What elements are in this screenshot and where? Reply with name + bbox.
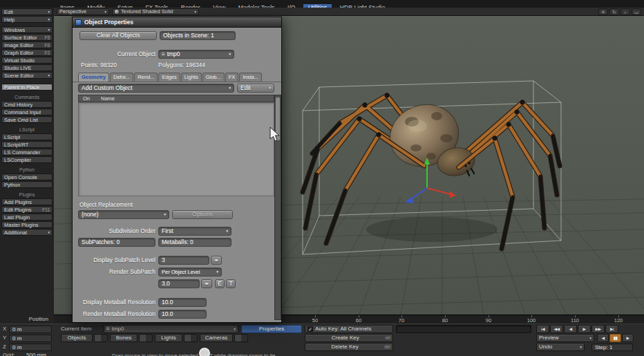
axis-x-label: X	[3, 325, 6, 333]
preview-dropdown[interactable]: Preview▾	[536, 334, 594, 342]
render-subpatch-dropdown[interactable]: Per Object Level ▾	[158, 268, 222, 277]
go-to-end-button[interactable]: ▶|	[605, 325, 618, 333]
chevron-down-icon: ▾	[589, 335, 591, 341]
cameras-filter-toggle[interactable]	[234, 334, 248, 342]
chevron-down-icon: ▾	[104, 9, 106, 15]
view-mode-dropdown[interactable]: Perspective ▾	[57, 8, 109, 15]
object-replacement-dropdown[interactable]: (none) ▾	[78, 210, 169, 219]
edit-menu-button[interactable]: Edit ▾	[237, 84, 274, 93]
sidebar-parent-in-place[interactable]: Parent in Place	[1, 84, 53, 91]
create-key-button[interactable]: Create Keyret	[305, 334, 393, 342]
tab-instance[interactable]: Insta...	[239, 73, 262, 82]
add-custom-object-dropdown[interactable]: Add Custom Object ▾	[78, 84, 234, 93]
sidebar-graph-editor[interactable]: Graph EditorF2	[1, 49, 53, 56]
custom-object-list-header: On Name	[78, 95, 274, 102]
play-forward-button[interactable]: ▶	[622, 334, 634, 342]
lights-filter-toggle[interactable]	[184, 334, 198, 342]
sidebar-additional[interactable]: Additional▾	[1, 229, 53, 236]
item-type-objects-button[interactable]: Objects	[61, 334, 93, 342]
render-subpatch-level-input[interactable]: 3.0	[158, 279, 200, 288]
tab-lights[interactable]: Lights	[181, 73, 202, 82]
sidebar-studio-live[interactable]: Studio LIVE	[1, 64, 53, 71]
sidebar-scene-editor[interactable]: Scene Editor▾	[1, 72, 53, 79]
objects-filter-toggle[interactable]	[94, 334, 108, 342]
dialog-title-bar[interactable]: Object Properties	[73, 17, 281, 28]
item-type-lights-button[interactable]: Lights	[155, 334, 182, 342]
sidebar-ls-commander[interactable]: LS Commander	[1, 149, 53, 156]
tab-global[interactable]: Glob...	[202, 73, 225, 82]
current-object-value: tmp0	[167, 50, 180, 58]
clear-all-objects-button[interactable]: Clear All Objects	[79, 31, 157, 40]
axis-x-value[interactable]: 0 m	[9, 326, 52, 333]
step-field[interactable]: Step: 1	[591, 344, 633, 351]
sidebar-save-cmd-list[interactable]: Save Cmd List	[1, 116, 53, 123]
render-metaball-input[interactable]: 10.0	[158, 310, 207, 319]
sidebar-python[interactable]: Python	[1, 181, 53, 188]
tab-edges[interactable]: Edges	[158, 73, 180, 82]
tab-geometry[interactable]: Geometry	[78, 73, 109, 82]
rotate-icon[interactable]: ↻	[609, 8, 619, 15]
grid-value: 500 mm	[26, 351, 46, 356]
sidebar-last-plugin[interactable]: Last Plugin	[1, 214, 53, 221]
maximize-icon[interactable]: ▭	[632, 8, 641, 15]
bones-filter-toggle[interactable]	[139, 334, 153, 342]
sidebar-lscript[interactable]: LScript	[1, 133, 53, 140]
item-type-cameras-button[interactable]: Cameras	[200, 334, 233, 342]
stepper-icon[interactable]: ◂▸	[211, 256, 222, 265]
current-object-dropdown[interactable]: ≡tmp0 ▾	[158, 50, 234, 59]
tab-render[interactable]: Rend...	[134, 73, 158, 82]
current-item-dropdown[interactable]: ≡tmp0 ▾	[104, 325, 238, 333]
display-subpatch-input[interactable]: 3	[158, 256, 209, 265]
shading-mode-dropdown[interactable]: Textured Shaded Solid ▾	[112, 8, 199, 15]
points-count: Points: 98320	[81, 61, 117, 70]
sidebar-virtual-studio[interactable]: Virtual Studio	[1, 57, 53, 64]
axis-z-label: Z	[3, 343, 6, 351]
sidebar-help-menu[interactable]: Help▾	[1, 16, 53, 23]
tab-fx[interactable]: FX	[225, 73, 239, 82]
subdivision-order-dropdown[interactable]: First ▾	[158, 227, 231, 236]
properties-button[interactable]: Properties	[241, 325, 302, 333]
sidebar-open-console[interactable]: Open Console	[1, 174, 53, 180]
auto-key-toggle[interactable]: ✓Auto Key: All Channels	[305, 325, 393, 333]
current-item-label: Current Item	[61, 325, 91, 333]
go-to-start-button[interactable]: |◀	[536, 325, 549, 333]
timeline-tick-label: 90	[478, 317, 499, 324]
stepper-icon[interactable]: ◂▸	[201, 279, 212, 288]
axis-y-value[interactable]: 0 m	[9, 335, 52, 342]
object-properties-icon	[75, 19, 82, 26]
tab-deform[interactable]: Defor...	[110, 73, 133, 82]
chevron-down-icon: ▾	[48, 230, 50, 234]
envelope-button[interactable]: E	[215, 279, 225, 288]
zoom-icon[interactable]: ⌕	[621, 8, 630, 15]
sidebar-image-editor[interactable]: Image EditorF6	[1, 41, 53, 48]
options-button[interactable]: Options	[172, 210, 233, 219]
step-back-button[interactable]: ◀	[564, 325, 577, 333]
sidebar-command-input[interactable]: Command Input	[1, 109, 53, 115]
texture-button[interactable]: T	[226, 279, 236, 288]
shortcut-hint: del	[384, 344, 390, 350]
fast-rewind-button[interactable]: ◀◀	[550, 325, 563, 333]
axis-z-value[interactable]: 0 m	[9, 344, 52, 351]
sidebar-windows-menu[interactable]: Windows▾	[1, 26, 53, 33]
bottom-panel: X 0 m Y 0 m Z 0 m Grid: 500 mm Current I…	[0, 324, 644, 356]
display-metaball-input[interactable]: 10.0	[158, 298, 207, 307]
sidebar-master-plugins[interactable]: Master Plugins	[1, 221, 53, 228]
pause-button[interactable]: ▮▮	[609, 334, 621, 342]
delete-key-button[interactable]: Delete Keydel	[305, 343, 393, 351]
sidebar-edit-plugins[interactable]: Edit PluginsF11	[1, 206, 53, 213]
sidebar-lscript-rt[interactable]: LScript/RT	[1, 141, 53, 148]
timeline-tick-label: 110	[565, 317, 585, 324]
frame-slider-track[interactable]	[396, 325, 531, 333]
undo-dropdown[interactable]: Undo▾	[536, 343, 585, 351]
fast-forward-button[interactable]: ▶▶	[591, 325, 605, 333]
pan-icon[interactable]: ✛	[598, 8, 608, 15]
play-reverse-button[interactable]: ◀	[597, 334, 609, 342]
sidebar-lscompiler[interactable]: LSCompiler	[1, 156, 53, 163]
custom-object-list[interactable]	[78, 102, 274, 196]
sidebar-edit-menu[interactable]: Edit▾	[1, 8, 53, 15]
sidebar-add-plugins[interactable]: Add Plugins	[1, 198, 53, 205]
item-type-bones-button[interactable]: Bones	[110, 334, 138, 342]
step-forward-button[interactable]: ▶	[578, 325, 591, 333]
sidebar-cmd-history[interactable]: Cmd History	[1, 101, 53, 108]
sidebar-surface-editor[interactable]: Surface EditorF5	[1, 34, 53, 41]
